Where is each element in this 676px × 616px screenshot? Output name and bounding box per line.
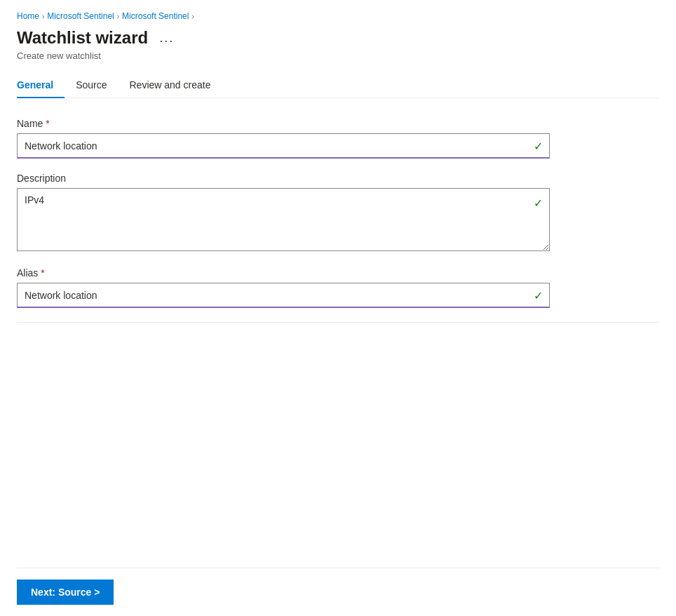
alias-label: Alias * bbox=[17, 267, 550, 279]
name-required-star: * bbox=[46, 118, 49, 129]
breadcrumb-sep-3: › bbox=[191, 13, 194, 20]
tab-general[interactable]: General bbox=[17, 72, 65, 98]
page-title: Watchlist wizard bbox=[17, 28, 148, 48]
tab-source[interactable]: Source bbox=[65, 72, 118, 98]
description-form-group: Description IPv4 ✓ bbox=[17, 173, 550, 253]
form-content: Name * ✓ Description IPv4 ✓ Alias * bbox=[17, 98, 659, 568]
tab-review-create[interactable]: Review and create bbox=[119, 72, 222, 98]
footer: Next: Source > bbox=[17, 568, 659, 616]
next-source-button[interactable]: Next: Source > bbox=[17, 580, 114, 605]
name-input[interactable] bbox=[17, 133, 550, 159]
name-form-group: Name * ✓ bbox=[17, 118, 550, 159]
description-label: Description bbox=[17, 173, 550, 184]
breadcrumb-sentinel-1[interactable]: Microsoft Sentinel bbox=[47, 11, 114, 21]
form-divider bbox=[17, 322, 659, 323]
alias-input-wrapper: ✓ bbox=[17, 283, 550, 308]
breadcrumb-home[interactable]: Home bbox=[17, 11, 39, 21]
alias-input[interactable] bbox=[17, 283, 550, 308]
title-area: Watchlist wizard ... bbox=[17, 28, 659, 48]
name-input-wrapper: ✓ bbox=[17, 133, 550, 159]
page-subtitle: Create new watchlist bbox=[17, 51, 659, 61]
description-textarea-wrapper: IPv4 ✓ bbox=[17, 188, 550, 253]
description-input[interactable]: IPv4 bbox=[17, 188, 550, 251]
name-label: Name * bbox=[17, 118, 550, 129]
tabs-container: General Source Review and create bbox=[17, 72, 659, 98]
alias-form-group: Alias * ✓ bbox=[17, 267, 550, 308]
breadcrumb-sep-2: › bbox=[117, 13, 119, 20]
alias-required-star: * bbox=[41, 267, 44, 279]
more-options-button[interactable]: ... bbox=[155, 30, 178, 46]
breadcrumb-sentinel-2[interactable]: Microsoft Sentinel bbox=[122, 11, 189, 21]
breadcrumb-sep-1: › bbox=[42, 13, 44, 20]
breadcrumb: Home › Microsoft Sentinel › Microsoft Se… bbox=[17, 11, 659, 21]
